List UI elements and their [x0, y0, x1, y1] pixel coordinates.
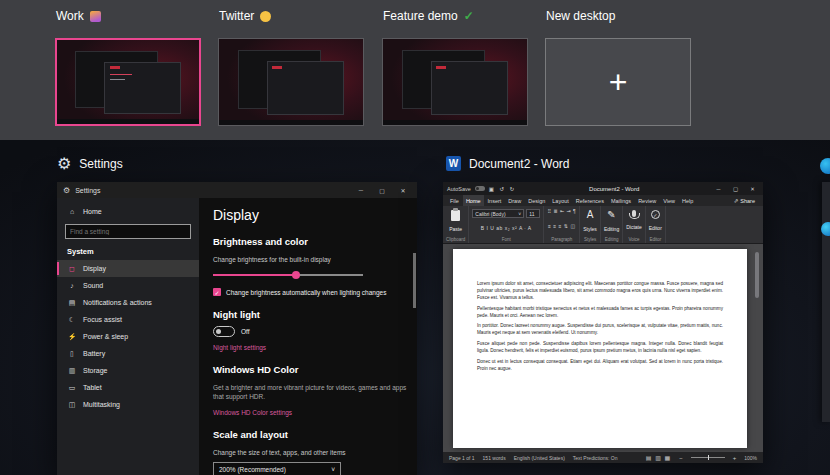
font-format-buttons[interactable]: B I U ab x₂ x² A ∙ A: [481, 225, 532, 231]
styles-button[interactable]: Styles: [583, 226, 597, 232]
edge-logo-icon[interactable]: [821, 222, 830, 236]
sidebar-item-storage[interactable]: ▥ Storage: [57, 362, 199, 379]
paragraph-buttons-row2[interactable]: ≡ ≡ ≡ ⇅ ◫: [548, 223, 576, 229]
checkbox-checked-icon[interactable]: ✓: [213, 288, 221, 296]
text-predictions-indicator[interactable]: Text Predictions: On: [573, 455, 618, 461]
styles-icon[interactable]: A: [587, 210, 594, 220]
font-size-value: 11: [529, 211, 534, 217]
preview-taskbar: [57, 119, 199, 124]
sidebar-item-label: Multitasking: [83, 401, 120, 408]
group-label-editor: Editor: [649, 237, 661, 242]
brightness-slider[interactable]: [213, 271, 363, 279]
document-area[interactable]: Lorem ipsum dolor sit amet, consectetuer…: [443, 244, 763, 452]
sidebar-item-tablet[interactable]: ▭ Tablet: [57, 379, 199, 396]
sidebar-item-battery[interactable]: ▯ Battery: [57, 345, 199, 362]
maximize-button[interactable]: ▢: [729, 186, 742, 192]
settings-gear-icon: ⚙: [57, 156, 71, 172]
minimize-button[interactable]: ─: [353, 187, 369, 193]
share-button[interactable]: ⇗ Share: [730, 198, 759, 204]
autosave-toggle[interactable]: [475, 186, 485, 191]
microphone-icon[interactable]: [632, 210, 636, 217]
word-window[interactable]: AutoSave ▣ ↺ ↻ Document2 - Word ─ ▢ ✕ Fi…: [443, 182, 763, 463]
editor-button[interactable]: Editor: [649, 225, 662, 231]
tab-help[interactable]: Help: [679, 195, 696, 206]
slider-knob[interactable]: [292, 271, 300, 279]
view-mode-buttons[interactable]: ▤ ▥ ▦: [646, 454, 671, 461]
desktop-thumbnail-feature-demo[interactable]: [382, 38, 528, 126]
new-desktop-tile[interactable]: +: [545, 38, 691, 126]
document-page[interactable]: Lorem ipsum dolor sit amet, consectetuer…: [453, 249, 747, 448]
preview-taskbar: [219, 120, 363, 125]
tab-review[interactable]: Review: [635, 195, 659, 206]
night-light-toggle[interactable]: [213, 326, 235, 337]
font-size-dropdown[interactable]: 11: [526, 209, 540, 218]
tab-insert[interactable]: Insert: [485, 195, 505, 206]
language-indicator[interactable]: English (United States): [514, 455, 565, 461]
maximize-button[interactable]: ▢: [374, 187, 390, 194]
word-window-label[interactable]: W Document2 - Word: [446, 156, 569, 171]
sidebar-item-display[interactable]: ◻ Display: [57, 260, 199, 277]
desktop-thumbnail-twitter[interactable]: [218, 38, 364, 126]
share-label: Share: [740, 198, 755, 204]
tab-mailings[interactable]: Mailings: [608, 195, 634, 206]
check-emoji-icon: ✓: [464, 9, 474, 23]
minimize-button[interactable]: ─: [712, 186, 725, 192]
zoom-slider-knob[interactable]: [708, 455, 709, 460]
tab-layout[interactable]: Layout: [549, 195, 572, 206]
auto-brightness-checkbox-row[interactable]: ✓ Change brightness automatically when l…: [213, 288, 417, 296]
settings-scrollbar[interactable]: [413, 253, 416, 308]
group-label-clipboard: Clipboard: [446, 237, 465, 242]
hdr-settings-link[interactable]: Windows HD Color settings: [213, 409, 417, 416]
desktop-label-feature-demo: Feature demo ✓: [383, 9, 474, 23]
close-button[interactable]: ✕: [746, 186, 759, 192]
settings-search-input[interactable]: [66, 228, 190, 235]
brightness-label: Change brightness for the built-in displ…: [213, 256, 417, 263]
zoom-slider[interactable]: [691, 457, 725, 458]
titlebar-title: Settings: [75, 187, 100, 194]
editor-icon[interactable]: ✓: [651, 210, 660, 219]
page-indicator[interactable]: Page 1 of 1: [449, 455, 475, 461]
font-name-dropdown[interactable]: Calibri (Body) ˅: [472, 209, 524, 218]
paragraph-buttons-row1[interactable]: ⠿ ≣ ⇤ ⇥ ¶: [547, 208, 576, 214]
sidebar-item-label: Storage: [83, 367, 108, 374]
document-scrollbar[interactable]: [755, 252, 759, 298]
edge-logo-icon[interactable]: [820, 158, 830, 174]
desktop-preview: [383, 39, 527, 125]
tab-references[interactable]: References: [573, 195, 607, 206]
close-button[interactable]: ✕: [395, 187, 411, 194]
tab-view[interactable]: View: [660, 195, 678, 206]
scale-dropdown[interactable]: 200% (Recommended) ˅: [213, 462, 341, 475]
focus-assist-icon: ☾: [67, 316, 77, 324]
sidebar-item-notifications[interactable]: ▤ Notifications & actions: [57, 294, 199, 311]
settings-window-label[interactable]: ⚙ Settings: [57, 156, 123, 172]
editing-button[interactable]: Editing: [604, 226, 619, 232]
tab-draw[interactable]: Draw: [505, 195, 524, 206]
zoom-level[interactable]: 100%: [744, 455, 757, 461]
editing-icon[interactable]: ✎: [607, 210, 615, 220]
sidebar-item-sound[interactable]: ♪ Sound: [57, 277, 199, 294]
quick-access-icons[interactable]: ▣ ↺ ↻: [489, 186, 516, 192]
sidebar-item-power-sleep[interactable]: ⚡ Power & sleep: [57, 328, 199, 345]
partial-window-right[interactable]: [822, 182, 830, 422]
paste-button[interactable]: Paste: [449, 226, 462, 232]
word-count[interactable]: 151 words: [483, 455, 506, 461]
sidebar-item-focus-assist[interactable]: ☾ Focus assist: [57, 311, 199, 328]
tab-design[interactable]: Design: [525, 195, 548, 206]
sidebar-item-label: Sound: [83, 282, 103, 289]
dictate-button[interactable]: Dictate: [626, 224, 642, 230]
desktop-label-new-desktop: New desktop: [546, 9, 615, 23]
tab-home[interactable]: Home: [463, 195, 484, 206]
zoom-out-button[interactable]: −: [679, 455, 683, 461]
night-light-toggle-row[interactable]: Off: [213, 326, 417, 337]
sidebar-item-multitasking[interactable]: ◫ Multitasking: [57, 396, 199, 413]
sidebar-item-home[interactable]: ⌂ Home: [57, 203, 199, 219]
desktop-thumbnail-work[interactable]: [55, 38, 201, 126]
group-label-voice: Voice: [628, 237, 639, 242]
settings-search-box[interactable]: [65, 224, 191, 239]
tab-file[interactable]: File: [447, 195, 462, 206]
zoom-in-button[interactable]: +: [733, 455, 737, 461]
paste-icon[interactable]: [451, 210, 460, 221]
night-light-settings-link[interactable]: Night light settings: [213, 344, 417, 351]
group-label-font: Font: [502, 237, 511, 242]
settings-window[interactable]: ⚙ Settings ─ ▢ ✕ ⌂ Home System ◻ Display…: [57, 182, 417, 475]
